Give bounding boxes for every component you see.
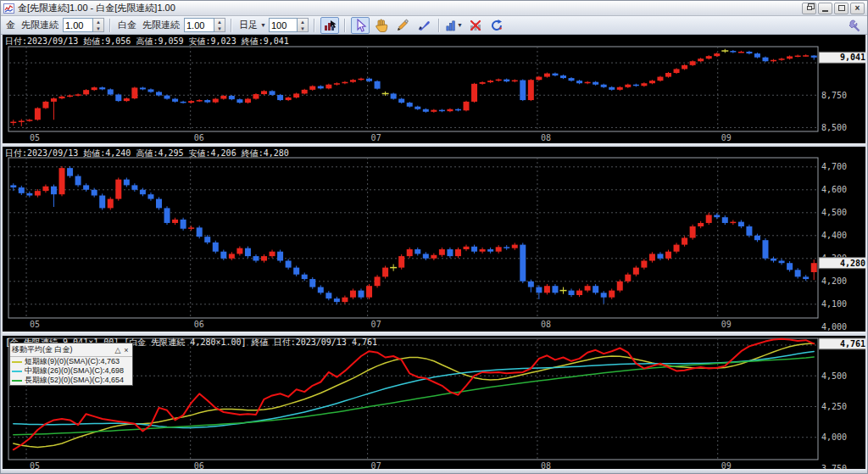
svg-text:08: 08	[541, 461, 551, 469]
select-tool-button[interactable]	[351, 17, 370, 34]
stepper-down-icon[interactable]: ▼	[214, 25, 225, 32]
float-window-button[interactable]	[802, 3, 816, 14]
svg-text:08: 08	[541, 133, 551, 142]
platinum-chart-panel: 日付:2023/09/13 始値:4,240 高値:4,295 安値:4,206…	[3, 147, 865, 332]
svg-text:05: 05	[30, 320, 40, 329]
brush-icon	[417, 19, 431, 32]
float-icon	[807, 6, 812, 10]
timeframe-label: 日足	[239, 19, 258, 31]
title-bar: 金[先限連続]1.00 - 白金[先限連続]1.00 ×	[1, 1, 867, 16]
svg-text:4,250: 4,250	[821, 402, 847, 411]
toolbar-separator	[314, 19, 315, 32]
svg-text:4,700: 4,700	[821, 162, 847, 171]
legend-close-button[interactable]: ×	[122, 346, 131, 354]
stepper-up-icon[interactable]: ▲	[93, 19, 103, 25]
svg-text:09: 09	[721, 133, 732, 142]
period-stepper[interactable]: ▲▼	[298, 18, 309, 32]
settings-wrench-button[interactable]	[845, 17, 864, 34]
svg-text:4,000: 4,000	[821, 432, 847, 442]
chart-window: 金[先限連続]1.00 - 白金[先限連続]1.00 × 金 先限連続 ▲▼ 白…	[0, 0, 868, 474]
platinum-candlestick-chart[interactable]: 05060708094,7004,6004,5004,4004,3004,200…	[3, 147, 865, 332]
short-ma-swatch	[12, 361, 22, 363]
pan-hand-tool-button[interactable]	[372, 17, 391, 34]
window-bottom-edge	[1, 469, 867, 473]
pencil-icon	[396, 19, 409, 32]
stepper-up-icon[interactable]: ▲	[214, 19, 225, 25]
chart-type-button[interactable]: ▼	[445, 17, 464, 34]
brush-tool-button[interactable]	[415, 17, 433, 34]
timeframe-dropdown[interactable]: 日足 ▼	[237, 19, 266, 31]
gold-symbol-label: 金	[6, 19, 15, 31]
moving-average-legend: 移動平均(金 白金) △ × 短期線(9)(0)(SMA)(C):4,763 中…	[9, 343, 133, 386]
minimize-icon	[822, 10, 828, 12]
svg-text:07: 07	[371, 461, 381, 469]
svg-text:4,280: 4,280	[840, 259, 865, 268]
refresh-icon	[490, 19, 504, 32]
period-input[interactable]	[269, 18, 298, 32]
svg-text:4,500: 4,500	[821, 208, 847, 217]
stepper-down-icon[interactable]: ▼	[93, 25, 103, 32]
gold-series-label: 先限連続	[21, 19, 58, 31]
gold-candlestick-chart[interactable]: 05060708098,7508,5009,041	[3, 35, 865, 143]
wrench-icon	[848, 19, 861, 32]
bar-chart-icon	[446, 19, 456, 32]
toolbar-separator	[109, 19, 111, 32]
svg-text:07: 07	[371, 320, 381, 329]
chevron-down-icon: ▼	[457, 22, 463, 28]
crosshair-chart-icon	[323, 19, 337, 32]
delete-chart-icon	[469, 19, 482, 32]
stepper-down-icon[interactable]: ▼	[298, 25, 308, 32]
legend-title: 移動平均(金 白金)	[12, 344, 114, 355]
refresh-button[interactable]	[487, 17, 506, 34]
gold-ohlc-readout: 日付:2023/09/13 始値:9,056 高値:9,059 安値:9,023…	[5, 36, 289, 47]
cursor-arrow-icon	[353, 19, 367, 32]
clear-indicators-button[interactable]	[466, 17, 485, 34]
maximize-button[interactable]	[834, 3, 849, 14]
svg-text:05: 05	[30, 461, 40, 469]
svg-text:08: 08	[541, 320, 551, 329]
svg-text:06: 06	[194, 133, 204, 142]
svg-text:4,200: 4,200	[821, 276, 847, 286]
hand-icon	[375, 19, 388, 32]
platinum-series-label: 先限連続	[142, 19, 180, 31]
svg-text:09: 09	[721, 320, 732, 329]
long-ma-swatch	[12, 380, 22, 382]
svg-text:4,500: 4,500	[821, 371, 847, 381]
chart-area: 日付:2023/09/13 始値:9,056 高値:9,059 安値:9,023…	[3, 35, 865, 469]
svg-text:06: 06	[194, 320, 204, 329]
gold-multiplier-input[interactable]	[63, 18, 93, 32]
svg-text:4,600: 4,600	[821, 185, 847, 194]
svg-text:3,750: 3,750	[821, 464, 847, 469]
legend-row-long-ma: 長期線(52)(0)(SMA)(C):4,654	[10, 376, 132, 385]
toolbar: 金 先限連続 ▲▼ 白金 先限連続 ▲▼ 日足 ▼ ▲▼	[1, 16, 867, 35]
maximize-icon	[838, 5, 845, 11]
close-button[interactable]: ×	[850, 3, 865, 14]
platinum-multiplier-input[interactable]	[184, 18, 214, 32]
svg-text:09: 09	[721, 461, 732, 469]
svg-text:8,750: 8,750	[821, 91, 847, 100]
pencil-tool-button[interactable]	[393, 17, 412, 34]
crosshair-tool-button[interactable]	[320, 17, 339, 34]
gold-multiplier-stepper[interactable]: ▲▼	[93, 18, 104, 32]
spread-chart-panel: [金 先限連続 9,041×1.00]-[白金 先限連続 4,280×1.00]…	[3, 336, 865, 469]
stepper-up-icon[interactable]: ▲	[298, 19, 308, 25]
minimize-button[interactable]	[818, 3, 832, 14]
toolbar-separator	[231, 19, 232, 32]
toolbar-separator	[344, 19, 346, 32]
svg-text:8,500: 8,500	[821, 123, 847, 132]
svg-text:05: 05	[30, 133, 40, 142]
svg-text:4,761: 4,761	[840, 339, 865, 349]
legend-collapse-button[interactable]: △	[114, 346, 122, 354]
chevron-down-icon: ▼	[260, 22, 266, 28]
mid-ma-swatch	[12, 371, 22, 372]
platinum-symbol-label: 白金	[118, 19, 136, 31]
svg-text:07: 07	[371, 133, 381, 142]
gold-chart-panel: 日付:2023/09/13 始値:9,056 高値:9,059 安値:9,023…	[3, 35, 865, 143]
svg-text:4,400: 4,400	[821, 231, 847, 240]
svg-text:4,000: 4,000	[821, 322, 847, 332]
svg-text:06: 06	[194, 461, 204, 469]
toolbar-separator	[438, 19, 440, 32]
platinum-multiplier-stepper[interactable]: ▲▼	[214, 18, 225, 32]
svg-text:4,100: 4,100	[821, 299, 847, 309]
window-title: 金[先限連続]1.00 - 白金[先限連続]1.00	[18, 2, 800, 14]
